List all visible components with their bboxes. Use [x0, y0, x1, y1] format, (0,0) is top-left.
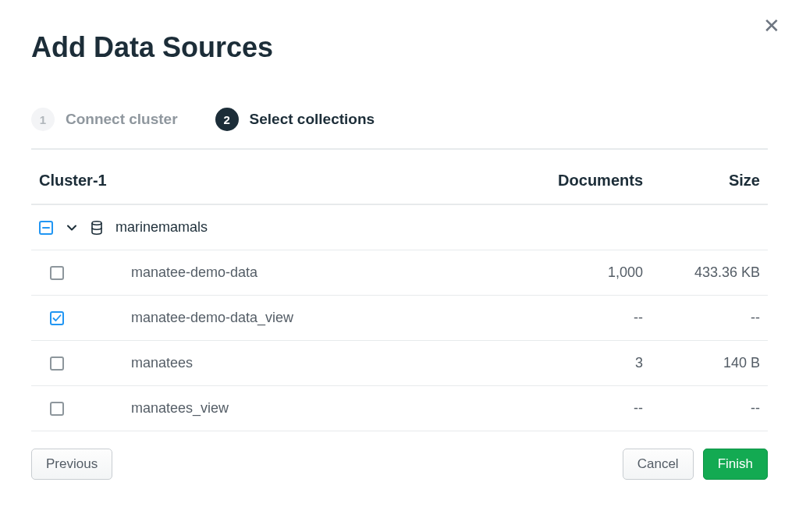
step-select-collections[interactable]: 2 Select collections: [215, 108, 375, 131]
collection-checkbox[interactable]: [50, 266, 64, 280]
modal-title: Add Data Sources: [31, 31, 768, 64]
collection-size: 140 B: [643, 355, 760, 371]
collection-name: manatees_view: [131, 400, 526, 417]
collection-row: manatees 3 140 B: [31, 341, 768, 386]
database-checkbox[interactable]: [39, 221, 53, 235]
collection-name: manatee-demo-data: [131, 264, 526, 281]
previous-button[interactable]: Previous: [31, 449, 112, 480]
close-icon[interactable]: ✕: [763, 16, 780, 36]
stepper: 1 Connect cluster 2 Select collections: [31, 108, 768, 150]
collection-row: manatee-demo-data 1,000 433.36 KB: [31, 250, 768, 296]
database-icon: [91, 221, 103, 235]
step-connect-cluster[interactable]: 1 Connect cluster: [31, 108, 178, 131]
collection-name: manatee-demo-data_view: [131, 310, 526, 326]
header-size: Size: [643, 172, 760, 190]
collection-row: manatees_view -- --: [31, 386, 768, 431]
collection-name: manatees: [131, 355, 526, 371]
collection-size: 433.36 KB: [643, 264, 760, 281]
collection-checkbox[interactable]: [50, 402, 64, 416]
collection-docs: 1,000: [526, 264, 643, 281]
step-number-1: 1: [31, 108, 55, 131]
database-row: marinemamals: [31, 205, 768, 250]
step-label-2: Select collections: [250, 111, 375, 128]
database-name: marinemamals: [115, 219, 208, 236]
collection-size: --: [643, 310, 760, 326]
collection-checkbox[interactable]: [50, 356, 64, 371]
footer: Previous Cancel Finish: [31, 449, 768, 480]
collection-size: --: [643, 400, 760, 417]
header-cluster: Cluster-1: [39, 172, 526, 190]
collection-checkbox[interactable]: [50, 311, 64, 325]
step-number-2: 2: [215, 108, 239, 131]
cancel-button[interactable]: Cancel: [623, 449, 694, 480]
header-documents: Documents: [526, 172, 643, 190]
collection-docs: --: [526, 400, 643, 417]
chevron-down-icon[interactable]: [66, 222, 78, 234]
svg-point-0: [92, 221, 101, 224]
collection-docs: --: [526, 310, 643, 326]
collection-row: manatee-demo-data_view -- --: [31, 296, 768, 341]
table-header-row: Cluster-1 Documents Size: [31, 150, 768, 205]
finish-button[interactable]: Finish: [703, 449, 768, 480]
collection-docs: 3: [526, 355, 643, 371]
step-label-1: Connect cluster: [66, 111, 178, 128]
